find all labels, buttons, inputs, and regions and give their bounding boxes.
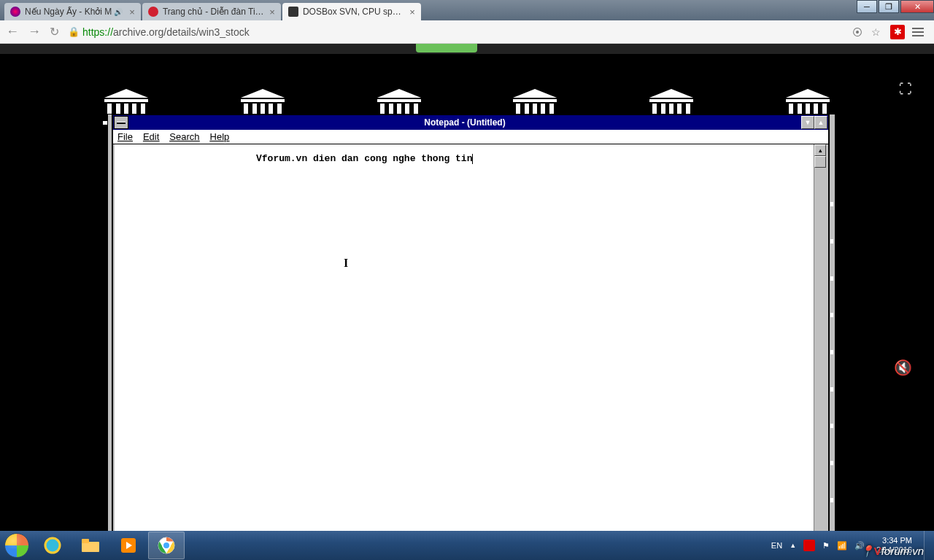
svg-point-48 bbox=[45, 538, 60, 553]
start-button[interactable] bbox=[0, 531, 34, 560]
menu-help[interactable]: Help bbox=[210, 131, 230, 142]
vertical-scrollbar[interactable]: ▴ ▾ bbox=[814, 144, 827, 559]
svg-rect-33 bbox=[649, 99, 693, 102]
tab-title: Trang chủ - Diễn đàn Tin h bbox=[163, 7, 265, 17]
notepad-menubar: File Edit Search Help bbox=[113, 130, 828, 144]
tray-expand-icon[interactable]: ▲ bbox=[790, 542, 796, 549]
tab-2[interactable]: Trang chủ - Diễn đàn Tin h × bbox=[142, 3, 281, 20]
svg-rect-49 bbox=[82, 542, 99, 552]
watermark: 📍Vforum.vn bbox=[860, 545, 924, 558]
toolbar-right: ⦿ ☆ ✱ bbox=[852, 25, 924, 39]
svg-marker-16 bbox=[377, 89, 421, 98]
minimize-button[interactable]: ─ bbox=[857, 0, 877, 13]
taskbar-mediaplayer[interactable] bbox=[110, 532, 147, 559]
tray-avira-icon[interactable] bbox=[803, 540, 815, 551]
scroll-thumb[interactable] bbox=[814, 156, 826, 168]
menu-file[interactable]: File bbox=[117, 131, 133, 142]
scroll-up-icon[interactable]: ▴ bbox=[814, 144, 826, 156]
show-desktop-button[interactable] bbox=[924, 531, 931, 560]
svg-rect-41 bbox=[786, 99, 830, 102]
svg-marker-24 bbox=[513, 89, 557, 98]
notepad-titlebar[interactable]: Notepad - (Untitled) ▼ ▲ bbox=[113, 115, 828, 130]
mute-icon[interactable]: 🔇 bbox=[894, 359, 912, 376]
url-protocol: https:// bbox=[82, 26, 113, 38]
bookmark-icon[interactable]: ☆ bbox=[871, 26, 883, 38]
tab-close-icon[interactable]: × bbox=[265, 7, 275, 18]
windows-taskbar: EN ▲ ⚑ 📶 🔊 3:34 PM 2/14/2016 bbox=[0, 531, 934, 560]
menu-edit[interactable]: Edit bbox=[143, 131, 159, 142]
avira-extension-icon[interactable]: ✱ bbox=[890, 25, 905, 39]
tab-favicon bbox=[148, 7, 158, 17]
svg-marker-40 bbox=[786, 89, 830, 98]
svg-rect-17 bbox=[377, 99, 421, 102]
url-field[interactable]: 🔒 https://archive.org/details/win3_stock bbox=[68, 26, 844, 38]
browser-window: Nếu Ngày Ấy - Khởi M 🔊 × Trang chủ - Diễ… bbox=[0, 0, 934, 526]
lock-icon: 🔒 bbox=[68, 26, 80, 37]
notepad-text-area[interactable]: Vforum.vn dien dan cong nghe thong tin I bbox=[115, 144, 814, 559]
taskbar-ie[interactable] bbox=[34, 532, 71, 559]
address-bar: ← → ↻ 🔒 https://archive.org/details/win3… bbox=[0, 20, 934, 44]
tab-close-icon[interactable]: × bbox=[405, 7, 415, 18]
svg-marker-0 bbox=[104, 89, 148, 98]
tab-title: Nếu Ngày Ấy - Khởi M bbox=[25, 7, 112, 17]
window-controls: ─ ❐ ✕ bbox=[855, 0, 934, 15]
audio-icon: 🔊 bbox=[112, 8, 125, 16]
tab-1[interactable]: Nếu Ngày Ấy - Khởi M 🔊 × bbox=[4, 3, 141, 20]
win31-frame-right bbox=[830, 114, 835, 560]
fullscreen-icon[interactable]: ⛶ bbox=[899, 82, 912, 97]
translate-icon[interactable]: ⦿ bbox=[852, 26, 864, 38]
tray-network-icon[interactable]: 📶 bbox=[837, 541, 847, 551]
text-caret bbox=[472, 154, 473, 164]
language-indicator[interactable]: EN bbox=[771, 541, 782, 550]
svg-marker-8 bbox=[241, 89, 285, 98]
start-orb-icon bbox=[4, 533, 29, 558]
menu-search[interactable]: Search bbox=[169, 131, 199, 142]
taskbar-chrome-active[interactable] bbox=[148, 532, 185, 559]
page-content: ⛶ 🔇 Notepad - (Untitled) ▼ ▲ File Edit S… bbox=[0, 44, 934, 526]
svg-marker-32 bbox=[649, 89, 693, 98]
maximize-icon[interactable]: ▲ bbox=[814, 116, 827, 129]
svg-rect-25 bbox=[513, 99, 557, 102]
tab-favicon bbox=[10, 7, 20, 17]
close-button[interactable]: ✕ bbox=[900, 0, 934, 13]
tab-3-active[interactable]: DOSBox SVN, CPU speed: × bbox=[282, 3, 421, 20]
url-path: archive.org/details/win3_stock bbox=[113, 26, 250, 38]
forward-button[interactable]: → bbox=[28, 24, 41, 39]
notepad-window: Notepad - (Untitled) ▼ ▲ File Edit Searc… bbox=[112, 114, 830, 560]
svg-rect-1 bbox=[104, 99, 148, 102]
tab-strip: Nếu Ngày Ấy - Khởi M 🔊 × Trang chủ - Diễ… bbox=[0, 0, 934, 20]
taskbar-explorer[interactable] bbox=[72, 532, 109, 559]
tab-favicon bbox=[288, 7, 298, 17]
minimize-icon[interactable]: ▼ bbox=[801, 116, 814, 129]
maximize-button[interactable]: ❐ bbox=[879, 0, 899, 13]
system-menu-icon[interactable] bbox=[114, 116, 128, 129]
tab-close-icon[interactable]: × bbox=[125, 7, 135, 18]
tab-title: DOSBox SVN, CPU speed: bbox=[303, 7, 405, 17]
menu-icon[interactable] bbox=[912, 28, 924, 36]
tray-action-center-icon[interactable]: ⚑ bbox=[822, 541, 830, 551]
archive-donate-tab[interactable] bbox=[416, 44, 477, 52]
svg-rect-50 bbox=[82, 539, 89, 543]
reload-button[interactable]: ↻ bbox=[50, 25, 59, 39]
cursor-ibeam: I bbox=[344, 257, 348, 270]
svg-rect-9 bbox=[241, 99, 285, 102]
notepad-title-text: Notepad - (Untitled) bbox=[129, 117, 800, 128]
notepad-content: Vforum.vn dien dan cong nghe thong tin bbox=[256, 153, 472, 164]
back-button[interactable]: ← bbox=[6, 24, 19, 39]
